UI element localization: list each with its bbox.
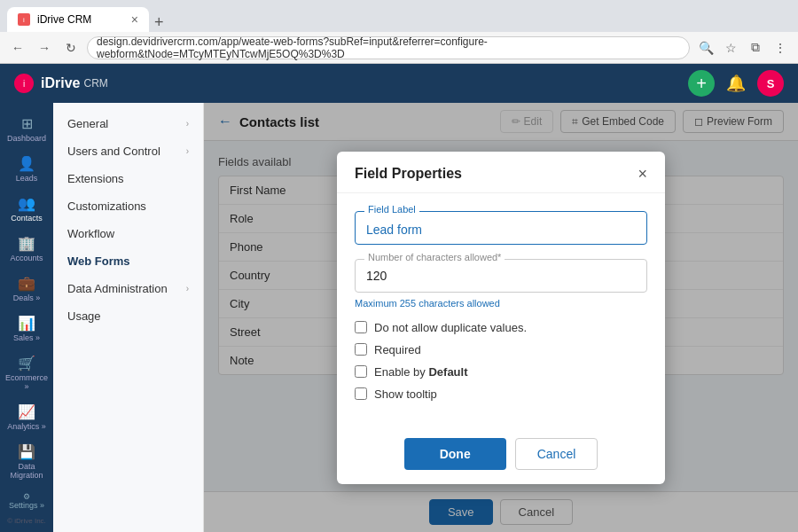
sidebar-label-contacts: Contacts	[11, 214, 43, 223]
enable-default-label: Enable by Default	[374, 365, 468, 379]
back-nav-button[interactable]: ←	[7, 37, 28, 59]
sidebar-label-accounts: Accounts	[10, 254, 43, 262]
favicon-icon: i	[18, 13, 30, 26]
notifications-button[interactable]: 🔔	[722, 69, 750, 98]
left-nav-data-admin[interactable]: Data Administration ›	[53, 275, 203, 302]
left-nav-general[interactable]: General ›	[53, 110, 203, 137]
sidebar-item-analytics[interactable]: 📈 Analytics »	[0, 398, 53, 436]
modal-footer: Done Cancel	[337, 427, 665, 484]
logo-icon: i	[14, 74, 34, 93]
address-bar[interactable]: design.devidrivercrm.com/app/weate-web-f…	[87, 36, 690, 59]
settings-icon: ⚙	[23, 492, 30, 501]
left-nav-workflow[interactable]: Workflow	[53, 220, 203, 247]
bookmark-btn[interactable]: ☆	[720, 37, 741, 59]
extensions-btn[interactable]: ⧉	[745, 37, 766, 59]
sidebar-item-sales[interactable]: 📊 Sales »	[0, 309, 53, 348]
app-logo: iDrive CRM	[41, 75, 108, 91]
sidebar-item-dashboard[interactable]: ⊞ Dashboard	[0, 110, 53, 148]
no-duplicate-label: Do not allow duplicate values.	[374, 321, 527, 334]
modal-cancel-button[interactable]: Cancel	[515, 438, 598, 470]
sidebar-label-ecommerce: Ecommerce »	[4, 373, 50, 391]
sidebar-item-data-migration[interactable]: 💾 Data Migration	[0, 438, 53, 485]
deals-icon: 💼	[18, 275, 35, 292]
modal-body: Field Label Number of characters allowed…	[337, 193, 665, 427]
sidebar-item-leads[interactable]: 👤 Leads	[0, 150, 53, 188]
left-nav-workflow-label: Workflow	[67, 227, 114, 240]
show-tooltip-checkbox[interactable]	[355, 387, 367, 400]
sidebar-item-accounts[interactable]: 🏢 Accounts	[0, 230, 53, 268]
required-row: Required	[355, 343, 647, 356]
sidebar-item-ecommerce[interactable]: 🛒 Ecommerce »	[0, 349, 53, 396]
leads-icon: 👤	[18, 155, 35, 172]
search-browser-btn[interactable]: 🔍	[695, 37, 716, 59]
address-text: design.devidrivercrm.com/app/weate-web-f…	[97, 35, 680, 60]
sales-icon: 📊	[18, 315, 35, 332]
sidebar-label-analytics: Analytics »	[7, 422, 46, 431]
chars-allowed-legend: Number of characters allowed*	[364, 252, 505, 262]
left-nav: General › Users and Control › Extensions…	[53, 103, 204, 532]
sidebar-item-deals[interactable]: 💼 Deals »	[0, 270, 53, 308]
logo-sub: CRM	[83, 77, 107, 90]
sidebar: ⊞ Dashboard 👤 Leads 👥 Contacts 🏢 Account…	[0, 103, 53, 532]
left-nav-users-control[interactable]: Users and Control ›	[53, 137, 203, 165]
analytics-icon: 📈	[18, 403, 35, 420]
menu-btn[interactable]: ⋮	[770, 37, 791, 59]
left-nav-web-forms-label: Web Forms	[67, 254, 130, 268]
copyright-text: © iDrive Inc.	[7, 517, 46, 525]
chevron-right-icon: ›	[186, 284, 189, 293]
left-nav-customizations-label: Customizations	[67, 200, 146, 213]
modal-close-button[interactable]: ×	[638, 166, 647, 182]
show-tooltip-row: Show tooltip	[355, 387, 647, 401]
field-label-legend: Field Label	[364, 204, 419, 215]
left-nav-general-label: General	[67, 117, 108, 130]
required-checkbox[interactable]	[355, 343, 367, 356]
contacts-icon: 👥	[18, 195, 35, 212]
no-duplicate-row: Do not allow duplicate values.	[355, 321, 647, 334]
done-button[interactable]: Done	[404, 438, 506, 470]
enable-default-checkbox[interactable]	[355, 365, 367, 378]
reload-button[interactable]: ↻	[60, 37, 82, 59]
sidebar-label-settings: Settings »	[9, 501, 44, 510]
new-tab-button[interactable]: +	[149, 13, 169, 32]
modal-title: Field Properties	[355, 166, 462, 182]
required-label: Required	[374, 343, 421, 356]
user-avatar[interactable]: S	[757, 70, 784, 97]
dashboard-icon: ⊞	[21, 115, 33, 132]
content-area: ← Contacts list ✏ Edit ⌗ Get Embed Code …	[204, 103, 798, 532]
left-nav-data-admin-label: Data Administration	[67, 282, 168, 295]
show-tooltip-label: Show tooltip	[374, 387, 437, 401]
left-nav-usage[interactable]: Usage	[53, 302, 203, 330]
left-nav-usage-label: Usage	[67, 309, 101, 323]
tab-label: iDrive CRM	[37, 13, 91, 26]
left-nav-users-label: Users and Control	[67, 145, 160, 158]
sidebar-label-data-migration: Data Migration	[4, 462, 50, 480]
add-button[interactable]: +	[688, 70, 715, 97]
sidebar-item-contacts[interactable]: 👥 Contacts	[0, 190, 53, 228]
left-nav-web-forms[interactable]: Web Forms	[53, 247, 203, 275]
no-duplicate-checkbox[interactable]	[355, 321, 367, 333]
left-nav-customizations[interactable]: Customizations	[53, 192, 203, 220]
sidebar-item-settings[interactable]: ⚙ Settings »	[5, 489, 48, 513]
modal-header: Field Properties ×	[337, 152, 665, 193]
ecommerce-icon: 🛒	[18, 355, 35, 372]
chars-allowed-group: Number of characters allowed*	[355, 259, 647, 293]
sidebar-label-leads: Leads	[16, 174, 38, 183]
field-label-input[interactable]	[366, 223, 636, 237]
forward-nav-button[interactable]: →	[34, 37, 55, 59]
modal-overlay: Field Properties × Field Label Numbe	[204, 103, 798, 532]
left-nav-extensions[interactable]: Extensions	[53, 165, 203, 192]
app-header: i iDrive CRM + 🔔 S	[0, 64, 798, 103]
sidebar-label-dashboard: Dashboard	[7, 134, 46, 143]
field-label-group: Field Label	[355, 211, 647, 245]
tab-close-btn[interactable]: ×	[131, 12, 138, 27]
sidebar-label-deals: Deals »	[13, 293, 41, 302]
enable-default-row: Enable by Default	[355, 365, 647, 379]
left-nav-extensions-label: Extensions	[67, 172, 124, 185]
chars-allowed-input[interactable]	[366, 269, 636, 283]
browser-tab[interactable]: i iDrive CRM ×	[7, 7, 149, 32]
chars-note: Maximum 255 characters allowed	[355, 298, 647, 309]
field-properties-modal: Field Properties × Field Label Numbe	[337, 152, 665, 484]
chevron-right-icon: ›	[186, 119, 189, 129]
sidebar-label-sales: Sales »	[13, 333, 40, 342]
data-migration-icon: 💾	[18, 443, 35, 460]
